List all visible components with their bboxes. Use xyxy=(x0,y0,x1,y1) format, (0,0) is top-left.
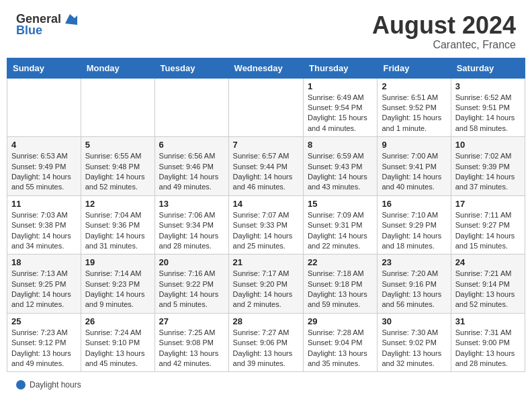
day-info: Sunrise: 7:25 AM Sunset: 9:08 PM Dayligh… xyxy=(159,328,224,369)
day-number: 22 xyxy=(308,257,373,267)
day-info: Sunrise: 7:04 AM Sunset: 9:36 PM Dayligh… xyxy=(85,210,150,252)
calendar-cell: 2Sunrise: 6:51 AM Sunset: 9:52 PM Daylig… xyxy=(378,78,451,137)
calendar-cell: 20Sunrise: 7:16 AM Sunset: 9:22 PM Dayli… xyxy=(154,255,228,314)
day-info: Sunrise: 7:18 AM Sunset: 9:18 PM Dayligh… xyxy=(308,269,373,310)
calendar-cell: 12Sunrise: 7:04 AM Sunset: 9:36 PM Dayli… xyxy=(81,195,154,255)
calendar-week-row: 25Sunrise: 7:23 AM Sunset: 9:12 PM Dayli… xyxy=(7,313,525,372)
calendar-cell: 16Sunrise: 7:10 AM Sunset: 9:29 PM Dayli… xyxy=(378,195,451,255)
day-number: 14 xyxy=(233,199,299,209)
day-info: Sunrise: 6:55 AM Sunset: 9:48 PM Dayligh… xyxy=(85,151,150,193)
calendar-cell: 18Sunrise: 7:13 AM Sunset: 9:25 PM Dayli… xyxy=(7,255,81,314)
day-number: 30 xyxy=(382,316,446,326)
day-info: Sunrise: 7:20 AM Sunset: 9:16 PM Dayligh… xyxy=(382,269,446,310)
calendar-cell: 25Sunrise: 7:23 AM Sunset: 9:12 PM Dayli… xyxy=(7,313,81,372)
logo: General Blue xyxy=(16,12,77,38)
day-info: Sunrise: 7:07 AM Sunset: 9:33 PM Dayligh… xyxy=(233,210,299,252)
day-number: 18 xyxy=(11,257,77,267)
calendar-header: SundayMondayTuesdayWednesdayThursdayFrid… xyxy=(7,58,525,78)
day-info: Sunrise: 7:23 AM Sunset: 9:12 PM Dayligh… xyxy=(11,328,77,369)
day-number: 1 xyxy=(308,81,373,91)
day-info: Sunrise: 7:27 AM Sunset: 9:06 PM Dayligh… xyxy=(233,328,299,369)
calendar-cell: 22Sunrise: 7:18 AM Sunset: 9:18 PM Dayli… xyxy=(304,255,378,314)
page-header: General Blue August 2024 Carantec, Franc… xyxy=(0,0,532,58)
day-info: Sunrise: 7:00 AM Sunset: 9:41 PM Dayligh… xyxy=(382,151,446,193)
day-number: 2 xyxy=(382,81,446,91)
calendar-cell xyxy=(7,78,81,137)
day-number: 11 xyxy=(11,199,77,209)
day-number: 6 xyxy=(159,140,224,150)
day-number: 7 xyxy=(233,140,299,150)
day-number: 28 xyxy=(233,316,299,326)
day-number: 5 xyxy=(85,140,150,150)
calendar-cell: 14Sunrise: 7:07 AM Sunset: 9:33 PM Dayli… xyxy=(228,195,303,255)
day-info: Sunrise: 7:14 AM Sunset: 9:23 PM Dayligh… xyxy=(85,269,150,310)
day-info: Sunrise: 7:30 AM Sunset: 9:02 PM Dayligh… xyxy=(382,328,446,369)
day-number: 27 xyxy=(159,316,224,326)
day-info: Sunrise: 6:59 AM Sunset: 9:43 PM Dayligh… xyxy=(308,151,373,193)
calendar-body: 1Sunrise: 6:49 AM Sunset: 9:54 PM Daylig… xyxy=(7,78,525,372)
calendar-cell xyxy=(228,78,303,137)
calendar-cell: 1Sunrise: 6:49 AM Sunset: 9:54 PM Daylig… xyxy=(304,78,378,137)
day-number: 13 xyxy=(159,199,224,209)
day-number: 19 xyxy=(85,257,150,267)
day-info: Sunrise: 7:21 AM Sunset: 9:14 PM Dayligh… xyxy=(455,269,521,310)
day-info: Sunrise: 6:51 AM Sunset: 9:52 PM Dayligh… xyxy=(382,93,446,134)
day-of-week-header: Friday xyxy=(378,58,451,78)
day-info: Sunrise: 6:49 AM Sunset: 9:54 PM Dayligh… xyxy=(308,93,373,134)
calendar-cell: 23Sunrise: 7:20 AM Sunset: 9:16 PM Dayli… xyxy=(378,255,451,314)
logo-icon xyxy=(62,13,77,25)
day-info: Sunrise: 7:31 AM Sunset: 9:00 PM Dayligh… xyxy=(455,328,521,369)
calendar-cell: 31Sunrise: 7:31 AM Sunset: 9:00 PM Dayli… xyxy=(451,313,525,372)
calendar-cell: 15Sunrise: 7:09 AM Sunset: 9:31 PM Dayli… xyxy=(304,195,378,255)
day-of-week-header: Tuesday xyxy=(154,58,228,78)
day-info: Sunrise: 7:28 AM Sunset: 9:04 PM Dayligh… xyxy=(308,328,373,369)
day-info: Sunrise: 6:52 AM Sunset: 9:51 PM Dayligh… xyxy=(455,93,521,134)
day-info: Sunrise: 7:02 AM Sunset: 9:39 PM Dayligh… xyxy=(455,151,521,193)
calendar-cell xyxy=(81,78,154,137)
calendar-cell: 7Sunrise: 6:57 AM Sunset: 9:44 PM Daylig… xyxy=(228,137,303,196)
calendar-cell: 30Sunrise: 7:30 AM Sunset: 9:02 PM Dayli… xyxy=(378,313,451,372)
calendar-cell: 4Sunrise: 6:53 AM Sunset: 9:49 PM Daylig… xyxy=(7,137,81,196)
calendar-cell: 6Sunrise: 6:56 AM Sunset: 9:46 PM Daylig… xyxy=(154,137,228,196)
day-number: 17 xyxy=(455,199,521,209)
footer: Daylight hours xyxy=(0,377,532,395)
calendar-cell: 19Sunrise: 7:14 AM Sunset: 9:23 PM Dayli… xyxy=(81,255,154,314)
calendar-cell xyxy=(154,78,228,137)
day-info: Sunrise: 7:11 AM Sunset: 9:27 PM Dayligh… xyxy=(455,210,521,252)
day-number: 9 xyxy=(382,140,446,150)
calendar-cell: 9Sunrise: 7:00 AM Sunset: 9:41 PM Daylig… xyxy=(378,137,451,196)
day-number: 3 xyxy=(455,81,521,91)
calendar-cell: 29Sunrise: 7:28 AM Sunset: 9:04 PM Dayli… xyxy=(304,313,378,372)
day-info: Sunrise: 7:13 AM Sunset: 9:25 PM Dayligh… xyxy=(11,269,77,310)
day-info: Sunrise: 6:57 AM Sunset: 9:44 PM Dayligh… xyxy=(233,151,299,193)
day-number: 15 xyxy=(308,199,373,209)
day-info: Sunrise: 7:17 AM Sunset: 9:20 PM Dayligh… xyxy=(233,269,299,310)
calendar-cell: 24Sunrise: 7:21 AM Sunset: 9:14 PM Dayli… xyxy=(451,255,525,314)
days-of-week-row: SundayMondayTuesdayWednesdayThursdayFrid… xyxy=(7,58,525,78)
calendar-cell: 3Sunrise: 6:52 AM Sunset: 9:51 PM Daylig… xyxy=(451,78,525,137)
calendar-cell: 21Sunrise: 7:17 AM Sunset: 9:20 PM Dayli… xyxy=(228,255,303,314)
calendar-week-row: 18Sunrise: 7:13 AM Sunset: 9:25 PM Dayli… xyxy=(7,255,525,314)
footer-label: Daylight hours xyxy=(30,380,81,390)
day-info: Sunrise: 7:16 AM Sunset: 9:22 PM Dayligh… xyxy=(159,269,224,310)
calendar-cell: 26Sunrise: 7:24 AM Sunset: 9:10 PM Dayli… xyxy=(81,313,154,372)
calendar-cell: 10Sunrise: 7:02 AM Sunset: 9:39 PM Dayli… xyxy=(451,137,525,196)
calendar-wrapper: SundayMondayTuesdayWednesdayThursdayFrid… xyxy=(0,58,532,373)
day-info: Sunrise: 7:09 AM Sunset: 9:31 PM Dayligh… xyxy=(308,210,373,252)
day-number: 23 xyxy=(382,257,446,267)
svg-marker-0 xyxy=(65,14,77,25)
calendar-table: SundayMondayTuesdayWednesdayThursdayFrid… xyxy=(7,58,525,373)
day-number: 20 xyxy=(159,257,224,267)
day-number: 25 xyxy=(11,316,77,326)
day-info: Sunrise: 7:10 AM Sunset: 9:29 PM Dayligh… xyxy=(382,210,446,252)
title-block: August 2024 Carantec, France xyxy=(372,12,516,51)
day-of-week-header: Saturday xyxy=(451,58,525,78)
day-info: Sunrise: 7:03 AM Sunset: 9:38 PM Dayligh… xyxy=(11,210,77,252)
calendar-cell: 8Sunrise: 6:59 AM Sunset: 9:43 PM Daylig… xyxy=(304,137,378,196)
day-number: 31 xyxy=(455,316,521,326)
day-number: 8 xyxy=(308,140,373,150)
day-of-week-header: Monday xyxy=(81,58,154,78)
location: Carantec, France xyxy=(372,39,516,51)
day-of-week-header: Sunday xyxy=(7,58,81,78)
calendar-cell: 5Sunrise: 6:55 AM Sunset: 9:48 PM Daylig… xyxy=(81,137,154,196)
